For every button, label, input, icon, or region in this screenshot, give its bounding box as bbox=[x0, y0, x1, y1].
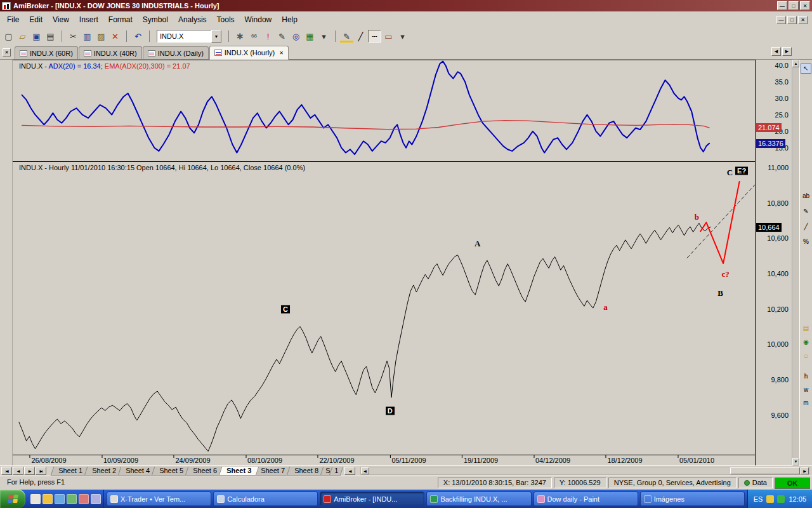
adx-title-symbol: INDU.X - bbox=[19, 62, 48, 70]
menu-file[interactable]: File bbox=[2, 13, 24, 27]
close-tab-icon[interactable]: ✕ bbox=[277, 50, 284, 56]
taskbar-button-backfilling-indu-x[interactable]: Backfilling INDU.X, ... bbox=[426, 491, 531, 506]
dashed-line-tool-icon[interactable]: ┄ bbox=[368, 30, 381, 43]
symbol-combo[interactable]: INDU.X ▼ bbox=[157, 30, 221, 43]
cut-icon[interactable]: ✂ bbox=[67, 30, 80, 43]
new-icon[interactable]: ▢ bbox=[2, 30, 15, 43]
taskbar-button-amibroker-indu[interactable]: AmiBroker - [INDU... bbox=[320, 491, 424, 506]
menu-format[interactable]: Format bbox=[103, 13, 138, 27]
alert-icon[interactable]: ! bbox=[261, 30, 275, 43]
last-sheet-button[interactable]: ▶| bbox=[36, 467, 46, 475]
line-tool-icon[interactable]: ╱ bbox=[354, 30, 367, 43]
scroll-up-icon[interactable]: ▲ bbox=[792, 60, 799, 67]
sheet-nav-buttons: |◀◀▶▶| bbox=[1, 467, 46, 475]
quick-launch-icon[interactable] bbox=[67, 494, 77, 504]
scan-icon[interactable]: ▦ bbox=[303, 30, 317, 43]
menu-edit[interactable]: Edit bbox=[24, 13, 48, 27]
tab-indu-x-60r[interactable]: INDU.X (60R) bbox=[15, 46, 78, 59]
parameters-icon[interactable]: ✱ bbox=[233, 30, 247, 43]
paste-icon[interactable]: ▨ bbox=[95, 30, 108, 43]
minimize-button[interactable]: — bbox=[777, 1, 787, 10]
tab-indu-x-40r[interactable]: INDU.X (40R) bbox=[79, 46, 142, 59]
taskbar-button-x-trader-ver-tem[interactable]: X-Trader • Ver Tem... bbox=[107, 491, 211, 506]
sheet-tab-label: Sheet 1 bbox=[58, 467, 82, 475]
taskbar-button-im-genes[interactable]: Imágenes bbox=[640, 491, 745, 506]
tab-label: INDU.X (Hourly) bbox=[225, 49, 275, 57]
image-tool-icon[interactable]: ▤ bbox=[801, 323, 811, 333]
indicator-dropdown-icon[interactable]: ▾ bbox=[317, 30, 331, 43]
prev-sheet-button[interactable]: ◀ bbox=[13, 467, 23, 475]
tray-icon[interactable] bbox=[777, 495, 785, 503]
quick-launch-icon[interactable] bbox=[55, 494, 65, 504]
quick-launch-icon[interactable] bbox=[30, 494, 41, 504]
tray-icon[interactable] bbox=[766, 495, 774, 503]
mdi-close-button[interactable]: ✕ bbox=[798, 16, 808, 24]
language-indicator[interactable]: ES bbox=[754, 495, 763, 503]
tab-indu-x-daily[interactable]: INDU.X (Daily) bbox=[143, 46, 209, 59]
draw-dropdown-icon[interactable]: ▾ bbox=[396, 30, 409, 43]
sheet-scroll-left-button[interactable]: ◀ bbox=[344, 467, 355, 475]
menu-view[interactable]: View bbox=[48, 13, 74, 27]
price-pane[interactable]: INDU.X - Hourly 11/01/2010 16:30:15 Open… bbox=[13, 162, 755, 455]
combo-dropdown-icon[interactable]: ▼ bbox=[211, 30, 221, 43]
draw-color-icon[interactable]: ✎ bbox=[340, 30, 353, 43]
scroll-down-icon[interactable]: ▼ bbox=[792, 458, 799, 465]
sheet-tab-label: Sheet 6 bbox=[193, 467, 217, 475]
mdi-restore-button[interactable]: □ bbox=[787, 16, 797, 24]
menu-help[interactable]: Help bbox=[277, 13, 303, 27]
sheet-tab-1[interactable]: 1 bbox=[329, 467, 344, 476]
restore-button[interactable]: □ bbox=[789, 1, 799, 10]
text-tool-icon[interactable]: ab bbox=[801, 191, 811, 201]
first-sheet-button[interactable]: |◀ bbox=[1, 467, 12, 475]
tab-scroll-right-button[interactable]: ▶ bbox=[782, 47, 792, 56]
adx-indicator-pane[interactable]: INDU.X - ADX(20) = 16.34; EMA(ADX(20),30… bbox=[13, 60, 755, 162]
mdi-minimize-button[interactable]: — bbox=[776, 16, 786, 24]
save-icon[interactable]: ▣ bbox=[30, 30, 43, 43]
menu-analysis[interactable]: Analysis bbox=[173, 13, 212, 27]
print-icon[interactable]: ▤ bbox=[44, 30, 57, 43]
adx-chart[interactable] bbox=[13, 60, 755, 161]
percent-tool-icon[interactable]: % bbox=[801, 237, 811, 247]
select-tool-icon[interactable]: ↖ bbox=[801, 64, 811, 74]
start-button[interactable] bbox=[0, 490, 25, 508]
pencil-tool-icon[interactable]: ✎ bbox=[801, 206, 811, 217]
undo-icon[interactable]: ↶ bbox=[131, 30, 145, 43]
record-icon[interactable]: ◉ bbox=[801, 337, 811, 347]
next-sheet-button[interactable]: ▶ bbox=[24, 467, 35, 475]
horizontal-scrollbar[interactable]: ◀ ▶ bbox=[360, 467, 809, 475]
menu-insert[interactable]: Insert bbox=[74, 13, 103, 27]
hscroll-thumb[interactable] bbox=[730, 467, 800, 474]
open-icon[interactable]: ▱ bbox=[16, 30, 29, 43]
quick-launch-icon[interactable] bbox=[43, 494, 53, 504]
hscroll-right-icon[interactable]: ▶ bbox=[801, 467, 809, 474]
delete-icon[interactable]: ✕ bbox=[108, 30, 122, 43]
sheet-tab-sheet-3[interactable]: Sheet 3 bbox=[218, 467, 259, 476]
status-data-field[interactable]: Data bbox=[738, 478, 773, 488]
close-pane-button[interactable]: ✕ bbox=[3, 48, 11, 57]
taskbar-button-calculadora[interactable]: Calculadora bbox=[213, 491, 318, 506]
symbol-combo-value[interactable]: INDU.X bbox=[157, 30, 211, 43]
menu-window[interactable]: Window bbox=[240, 13, 277, 27]
analysis-icon[interactable]: ◎ bbox=[289, 30, 303, 43]
interval-hourly-button[interactable]: h bbox=[801, 371, 811, 382]
document-tabs: INDU.X (60R)INDU.X (40R)INDU.X (Daily)IN… bbox=[15, 46, 289, 59]
hscroll-left-icon[interactable]: ◀ bbox=[361, 467, 369, 474]
menu-symbol[interactable]: Symbol bbox=[138, 13, 173, 27]
tab-indu-x-hourly[interactable]: INDU.X (Hourly)✕ bbox=[209, 46, 289, 60]
taskbar-button-dow-daily-paint[interactable]: Dow daily - Paint bbox=[534, 491, 638, 506]
copy-icon[interactable]: ▥ bbox=[81, 30, 94, 43]
quick-launch-icon[interactable] bbox=[79, 494, 89, 504]
edit-formula-icon[interactable]: ✎ bbox=[275, 30, 289, 43]
eraser-icon[interactable]: ▭ bbox=[382, 30, 395, 43]
y-axis-column: 40.035.030.025.020.015.011,00010,80010,6… bbox=[755, 60, 792, 465]
interval-monthly-button[interactable]: m bbox=[801, 398, 811, 408]
vertical-scrollbar[interactable]: ▲ ▼ bbox=[792, 60, 799, 465]
quick-launch-icon[interactable] bbox=[91, 494, 101, 504]
trendline-tool-icon[interactable]: ╱ bbox=[801, 222, 811, 232]
close-button[interactable]: ✕ bbox=[800, 1, 810, 10]
menu-tools[interactable]: Tools bbox=[212, 13, 240, 27]
tab-scroll-left-button[interactable]: ◀ bbox=[771, 47, 781, 56]
smiley-icon[interactable]: ☺ bbox=[801, 351, 811, 361]
quote-editor-icon[interactable]: 66 bbox=[247, 30, 261, 43]
interval-weekly-button[interactable]: w bbox=[801, 385, 811, 395]
